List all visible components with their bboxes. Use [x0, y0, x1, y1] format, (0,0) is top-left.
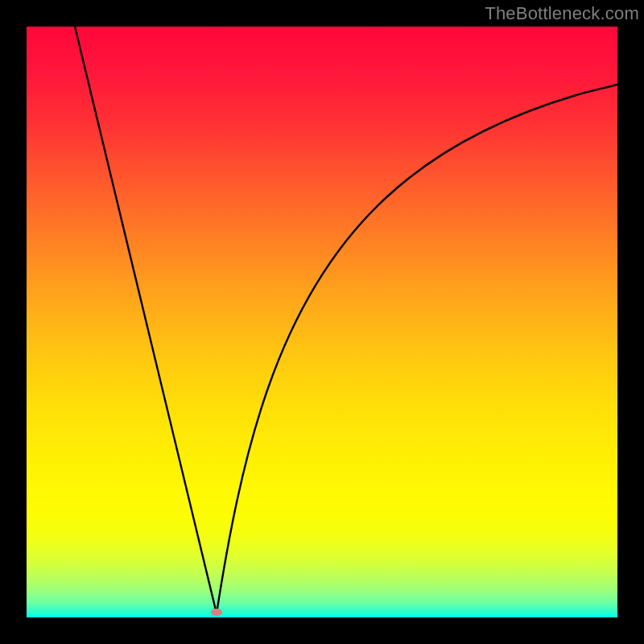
curve-right-branch — [217, 85, 617, 613]
watermark-text: TheBottleneck.com — [485, 3, 639, 24]
chart-frame: TheBottleneck.com — [0, 0, 644, 644]
curve-left-branch — [75, 27, 217, 613]
chart-plot-area — [27, 27, 617, 617]
bottleneck-curve — [27, 27, 617, 617]
bottleneck-min-marker — [211, 609, 222, 616]
